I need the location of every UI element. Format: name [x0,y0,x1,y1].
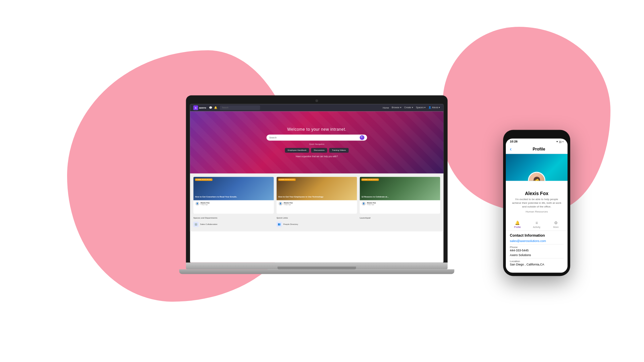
spaces-item-text: Sales Collaboration [200,223,217,225]
quick-links-title: Quick Links [276,217,357,219]
laptop-camera [315,99,318,102]
nav-user[interactable]: 👤 Alexis ▾ [428,106,440,109]
phone-tab-more[interactable]: ⚙ More [547,219,565,230]
card-avatar-1: 👤 [195,201,199,205]
activity-tab-icon: ≡ [535,221,538,225]
article-cards: Human Resources How to Get Coworkers to … [193,177,440,214]
quick-links-item-1[interactable]: 👥 People Directory [276,221,357,228]
phone-screen: 10:26 ▾ )))​ ▪ ‹ Profile 👩 [506,138,568,273]
phone-profile-name: Alexis Fox [511,191,562,196]
contact-divider-2 [510,258,564,258]
card-footer-2: 👤 Alexis Fox 4 days ago [276,200,357,207]
contact-phone-label: Phone [510,246,564,249]
spaces-icon: 🏢 [193,222,199,227]
chat-icon[interactable]: 💬 [209,106,212,109]
phone-avatar-image: 👩 [529,173,544,181]
launchpad-section: Launchpad [360,217,440,228]
laptop-screen: a axero 💬 🔔 Home Browse ▾ [190,104,443,262]
phone-notch [527,133,547,137]
quick-nav-discussions[interactable]: Discussions [311,148,327,153]
laptop-base [186,262,447,269]
quick-nav-label: Quick Navigation [309,143,324,145]
laptop-screen-outer: a axero 💬 🔔 Home Browse ▾ [186,95,447,262]
phone-profile-tabs: 🔔 Profile ≡ Activity ⚙ More [506,219,568,231]
card-footer-3: 👤 Alexis Fox 4 days ago [360,200,440,207]
card-author-info-2: Alexis Fox 4 days ago [283,202,293,205]
nav-right-links: Home Browse ▾ Create ▾ Spaces ▾ 👤 Alexis… [383,106,440,109]
phone-page-title: Profile [514,147,564,152]
contact-location-value: San Diego , California,CA [510,263,564,266]
article-card-3[interactable]: Human Resources 12 Reasons to Celebrate … [360,177,440,214]
signal-icon: ▾ [556,140,558,143]
bottom-sections: Spaces and Departments 🏢 Sales Collabora… [193,217,440,228]
card-image-3: Human Resources 12 Reasons to Celebrate … [360,177,440,200]
nav-logo: a axero [193,105,206,110]
contact-location: Location San Diego , California,CA [510,260,564,266]
contact-divider-1 [510,244,564,244]
card-author-info-3: Alexis Fox 4 days ago [367,202,376,205]
card-author-info-1: Alexis Fox 4 days ago [200,202,210,205]
contact-phone: Phone 444-333-5445 [510,246,564,252]
phone-contact-section: Contact Information sales@axerosolutions… [506,231,568,270]
card-title-3: 12 Reasons to Celebrate at... [361,196,438,199]
card-image-2: Human Resources How to Get Your Employee… [276,177,357,200]
nav-browse[interactable]: Browse ▾ [392,106,401,109]
nav-spaces[interactable]: Spaces ▾ [416,106,426,109]
card-title-2: How to Get Your Employees to Use Technol… [278,196,355,199]
card-tag-2: Human Resources [278,178,296,181]
phone-profile-bio: I'm excited to be able to help people ac… [511,197,562,209]
card-tag-3: Human Resources [361,178,379,181]
nav-search-box[interactable] [220,105,260,110]
hero-section: Welcome to your new intranet. 🔍 Quick Na… [190,111,443,173]
contact-email: sales@axerosolutions.com [510,239,564,243]
contact-phone-value: 444-333-5445 [510,249,564,252]
card-date-3: 4 days ago [367,204,376,205]
quick-links-item-text: People Directory [283,223,298,225]
phone-tab-activity[interactable]: ≡ Activity [528,219,545,230]
contact-email-value: sales@axerosolutions.com [510,239,564,243]
nav-create[interactable]: Create ▾ [404,106,413,109]
quick-nav-handbook[interactable]: Employee Handbook [285,148,309,153]
hero-search-button[interactable]: 🔍 [360,135,364,140]
contact-company-value: Axero Solutions [510,253,564,257]
article-card-2[interactable]: Human Resources How to Get Your Employee… [276,177,357,214]
phone-time: 10:26 [510,140,518,143]
people-icon: 👥 [276,222,282,227]
hero-question-text: Have a question that we can help you wit… [296,155,338,158]
quick-nav-training[interactable]: Training Videos [329,148,348,153]
phone-tab-profile[interactable]: 🔔 Profile [508,219,526,230]
intranet-ui: a axero 💬 🔔 Home Browse ▾ [190,104,443,262]
phone-device: 10:26 ▾ )))​ ▪ ‹ Profile 👩 [503,130,570,276]
nav-search-input[interactable] [222,107,258,109]
more-tab-icon: ⚙ [554,221,558,225]
phone-status-icons: ▾ )))​ ▪ [556,140,564,143]
card-date-1: 4 days ago [200,204,210,205]
quick-links-section: Quick Links 👥 People Directory [276,217,357,228]
hero-title: Welcome to your new intranet. [287,127,346,132]
laptop-device: a axero 💬 🔔 Home Browse ▾ [186,95,447,274]
card-footer-1: 👤 Alexis Fox 4 days ago [193,200,274,207]
card-avatar-2: 👤 [278,201,282,205]
article-card-1[interactable]: Human Resources How to Get Coworkers to … [193,177,274,214]
scene: a axero 💬 🔔 Home Browse ▾ [0,0,644,362]
card-title-1: How to Get Coworkers to Read Your Emails… [195,196,272,199]
hero-search-input[interactable] [269,136,360,139]
nav-home[interactable]: Home [383,107,389,109]
phone-outer: 10:26 ▾ )))​ ▪ ‹ Profile 👩 [503,130,570,276]
spaces-item-1[interactable]: 🏢 Sales Collaboration [193,221,274,228]
spaces-section: Spaces and Departments 🏢 Sales Collabora… [193,217,274,228]
phone-nav-bar: ‹ Profile [506,144,568,154]
activity-tab-label: Activity [533,226,540,228]
launchpad-title: Launchpad [360,217,440,219]
bell-icon[interactable]: 🔔 [214,106,217,109]
nav-logo-text: axero [199,106,206,109]
phone-back-button[interactable]: ‹ [510,146,512,152]
spaces-title: Spaces and Departments [193,217,274,219]
contact-title: Contact Information [510,233,564,237]
contact-location-label: Location [510,260,564,263]
hero-search-bar[interactable]: 🔍 [266,134,367,140]
more-tab-label: More [553,226,558,228]
phone-profile-body: Alexis Fox I'm excited to be able to hel… [506,181,568,219]
card-date-2: 4 days ago [283,204,293,205]
quick-nav-buttons: Employee Handbook Discussions Training V… [285,148,348,153]
